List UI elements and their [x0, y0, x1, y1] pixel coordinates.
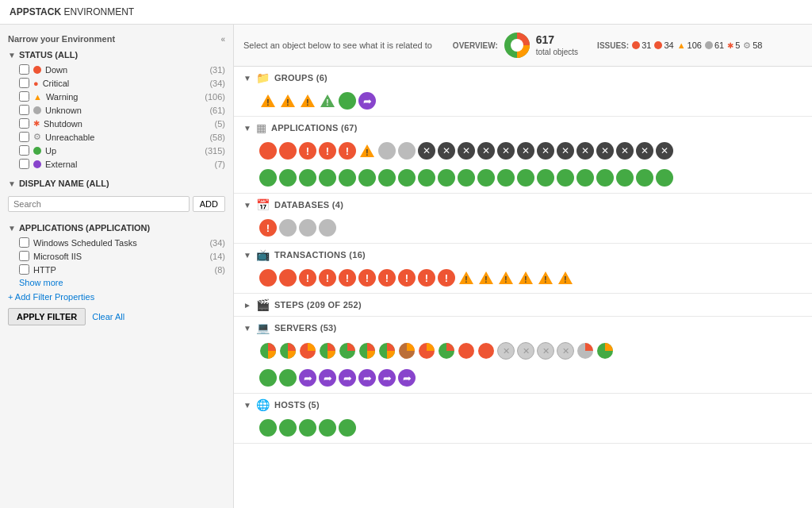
- list-item[interactable]: [418, 169, 435, 187]
- list-item[interactable]: !: [358, 142, 376, 160]
- add-filter[interactable]: + Add Filter Properties: [0, 289, 233, 305]
- list-item[interactable]: !: [319, 269, 336, 287]
- list-item[interactable]: [299, 219, 316, 237]
- list-item[interactable]: [378, 142, 396, 160]
- list-item[interactable]: [398, 342, 416, 360]
- list-item[interactable]: ✕: [557, 142, 574, 160]
- filter-critical-checkbox[interactable]: [19, 78, 29, 88]
- section-db-header[interactable]: ▼ 📅 DATABASES (4): [234, 194, 812, 216]
- list-item[interactable]: ✕: [537, 142, 554, 160]
- filter-up-label[interactable]: Up: [19, 145, 56, 156]
- list-item[interactable]: !: [259, 92, 277, 110]
- list-item[interactable]: [438, 342, 455, 360]
- list-item[interactable]: [279, 219, 297, 237]
- list-item[interactable]: ✕: [636, 142, 653, 160]
- list-item[interactable]: [596, 342, 614, 360]
- status-toggle[interactable]: ▼: [8, 51, 16, 60]
- list-item[interactable]: !: [339, 269, 356, 287]
- list-item[interactable]: ✕: [517, 342, 534, 360]
- list-item[interactable]: [477, 342, 495, 360]
- list-item[interactable]: [259, 419, 277, 437]
- list-item[interactable]: !: [517, 269, 534, 287]
- list-item[interactable]: ✕: [537, 342, 554, 360]
- list-item[interactable]: !: [438, 269, 455, 287]
- filter-windows-label[interactable]: Windows Scheduled Tasks: [19, 237, 137, 248]
- list-item[interactable]: !: [299, 92, 316, 110]
- list-item[interactable]: [616, 169, 634, 187]
- list-item[interactable]: ➦: [378, 369, 396, 387]
- apply-filter-button[interactable]: APPLY FILTER: [8, 308, 86, 325]
- list-item[interactable]: [259, 269, 277, 287]
- display-toggle[interactable]: ▼: [8, 179, 16, 188]
- list-item[interactable]: !: [477, 269, 495, 287]
- list-item[interactable]: [339, 169, 356, 187]
- add-button[interactable]: ADD: [193, 196, 225, 212]
- list-item[interactable]: !: [339, 142, 356, 160]
- list-item[interactable]: [339, 419, 356, 437]
- list-item[interactable]: [319, 169, 336, 187]
- filter-unknown-checkbox[interactable]: [19, 105, 29, 115]
- list-item[interactable]: [517, 169, 534, 187]
- list-item[interactable]: [378, 169, 396, 187]
- list-item[interactable]: [259, 142, 277, 160]
- list-item[interactable]: [576, 342, 594, 360]
- list-item[interactable]: [339, 342, 356, 360]
- list-item[interactable]: [279, 169, 297, 187]
- list-item[interactable]: !: [497, 269, 515, 287]
- section-steps-header[interactable]: ► 🎬 STEPS (209 OF 252): [234, 294, 812, 316]
- filter-shutdown-label[interactable]: ✱ Shutdown: [19, 118, 82, 129]
- list-item[interactable]: [259, 342, 277, 360]
- list-item[interactable]: ✕: [596, 142, 614, 160]
- list-item[interactable]: [279, 419, 297, 437]
- list-item[interactable]: ➦: [319, 369, 336, 387]
- list-item[interactable]: !: [458, 269, 475, 287]
- section-groups-header[interactable]: ▼ 📁 GROUPS (6): [234, 67, 812, 89]
- list-item[interactable]: [299, 342, 316, 360]
- section-trans-header[interactable]: ▼ 📺 TRANSACTIONS (16): [234, 244, 812, 266]
- list-item[interactable]: ✕: [418, 142, 435, 160]
- filter-iis-label[interactable]: Microsoft IIS: [19, 251, 82, 261]
- list-item[interactable]: [596, 169, 614, 187]
- list-item[interactable]: !: [279, 92, 297, 110]
- list-item[interactable]: ➦: [358, 369, 376, 387]
- list-item[interactable]: [358, 169, 376, 187]
- filter-warning-checkbox[interactable]: [19, 91, 29, 102]
- list-item[interactable]: [557, 169, 574, 187]
- section-servers-header[interactable]: ▼ 💻 SERVERS (53): [234, 317, 812, 339]
- list-item[interactable]: [477, 169, 495, 187]
- apps-toggle[interactable]: ▼: [8, 224, 16, 233]
- list-item[interactable]: [279, 342, 297, 360]
- list-item[interactable]: [458, 342, 475, 360]
- filter-external-checkbox[interactable]: [19, 159, 29, 169]
- list-item[interactable]: ➦: [358, 92, 376, 110]
- filter-http-checkbox[interactable]: [19, 264, 29, 275]
- list-item[interactable]: [537, 169, 554, 187]
- list-item[interactable]: ✕: [616, 142, 634, 160]
- show-more[interactable]: Show more: [0, 276, 233, 289]
- list-item[interactable]: !: [319, 142, 336, 160]
- list-item[interactable]: ➦: [339, 369, 356, 387]
- list-item[interactable]: [398, 142, 416, 160]
- list-item[interactable]: [319, 419, 336, 437]
- list-item[interactable]: !: [319, 92, 336, 110]
- list-item[interactable]: [358, 342, 376, 360]
- list-item[interactable]: [438, 169, 455, 187]
- filter-unreachable-checkbox[interactable]: [19, 132, 29, 142]
- filter-unknown-label[interactable]: Unknown: [19, 105, 82, 115]
- list-item[interactable]: [259, 169, 277, 187]
- clear-all-button[interactable]: Clear All: [92, 312, 124, 321]
- section-apps-header[interactable]: ▼ ▦ APPLICATIONS (67): [234, 117, 812, 139]
- list-item[interactable]: !: [537, 269, 554, 287]
- list-item[interactable]: !: [418, 269, 435, 287]
- list-item[interactable]: ✕: [656, 142, 673, 160]
- list-item[interactable]: ➦: [299, 369, 316, 387]
- filter-critical-label[interactable]: ● Critical: [19, 78, 69, 88]
- list-item[interactable]: !: [299, 269, 316, 287]
- list-item[interactable]: [319, 219, 336, 237]
- list-item[interactable]: [497, 169, 515, 187]
- list-item[interactable]: !: [378, 269, 396, 287]
- filter-shutdown-checkbox[interactable]: [19, 118, 29, 129]
- list-item[interactable]: ➦: [398, 369, 416, 387]
- list-item[interactable]: ✕: [576, 142, 594, 160]
- filter-http-label[interactable]: HTTP: [19, 264, 56, 275]
